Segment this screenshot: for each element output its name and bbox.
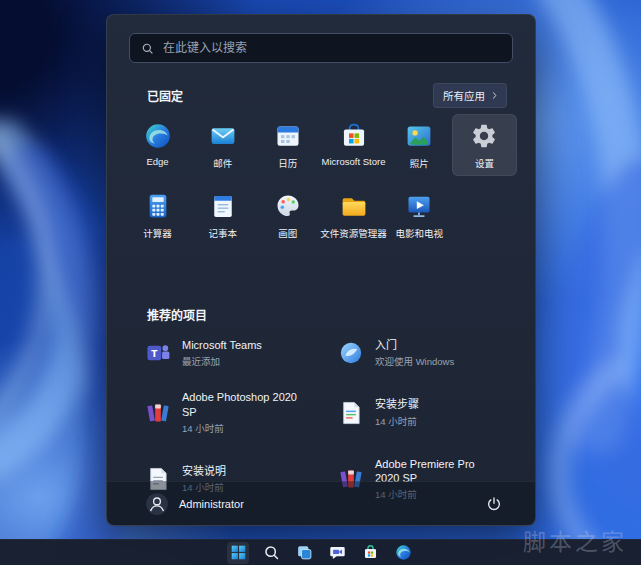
steps-doc-icon [338,400,364,426]
edge-icon [395,544,412,561]
taskbar [0,539,641,565]
search-row [107,15,535,63]
recommended-item-title: 安装步骤 [375,397,419,411]
all-apps-button[interactable]: 所有应用 [433,83,507,108]
svg-text:T: T [151,349,158,359]
task-view-icon [296,544,313,561]
pinned-app-settings[interactable]: 设置 [452,114,517,176]
notepad-icon [209,192,237,220]
recommended-title: 推荐的项目 [147,306,207,323]
app-label: 设置 [475,156,494,170]
user-account-button[interactable]: Administrator [145,492,244,516]
pinned-app-photos[interactable]: 照片 [387,114,452,176]
pinned-app-store[interactable]: Microsoft Store [320,114,387,176]
windows-logo-icon [230,544,247,561]
app-label: 计算器 [143,226,172,240]
power-button[interactable] [481,491,507,517]
chat-icon [329,544,346,561]
get-started-icon [338,340,364,366]
pinned-app-paint[interactable]: 画图 [255,184,320,246]
user-name: Administrator [179,498,244,510]
pinned-app-mail[interactable]: 邮件 [190,114,255,176]
file-explorer-icon [340,192,368,220]
taskbar-search-button[interactable] [260,542,282,564]
mail-icon [209,122,237,150]
all-apps-label: 所有应用 [443,88,485,103]
recommended-item-title: 入门 [375,338,454,352]
archive-books-icon [145,400,171,426]
recommended-item-title: Microsoft Teams [182,338,262,352]
recommended-item-subtitle: 最近添加 [182,354,262,368]
pinned-title: 已固定 [147,87,183,104]
recommended-item-subtitle: 14 小时前 [375,414,419,428]
store-icon [340,122,368,150]
app-label: 照片 [410,156,429,170]
pinned-app-file-explorer[interactable]: 文件资源管理器 [320,184,387,246]
pinned-app-movies-tv[interactable]: 电影和电视 [387,184,452,246]
recommended-item-photoshop[interactable]: Adobe Photoshop 2020 SP 14 小时前 [131,383,318,442]
pinned-app-grid: Edge 邮件 日历 [125,114,517,246]
recommended-item-title: 安装说明 [182,464,226,478]
search-input[interactable] [163,41,501,55]
start-menu-panel: 已固定 所有应用 Edge 邮件 [106,14,536,526]
pinned-app-calendar[interactable]: 日历 [255,114,320,176]
app-label: 日历 [278,156,297,170]
recommended-item-teams[interactable]: T Microsoft Teams 最近添加 [131,331,318,375]
app-label: 邮件 [213,156,232,170]
recommended-item-subtitle: 欢迎使用 Windows [375,354,454,368]
photos-icon [405,122,433,150]
app-label: 记事本 [208,226,237,240]
settings-gear-icon [470,122,498,150]
avatar-icon [145,492,169,516]
recommended-item-get-started[interactable]: 入门 欢迎使用 Windows [324,331,511,375]
search-icon [141,42,154,55]
paint-icon [274,192,302,220]
recommended-section-header: 推荐的项目 [147,306,507,323]
recommended-item-title: Adobe Photoshop 2020 SP [182,390,304,419]
pinned-section-header: 已固定 所有应用 [147,83,507,108]
start-button[interactable] [227,542,249,564]
edge-taskbar-button[interactable] [392,542,414,564]
app-label: 文件资源管理器 [320,226,387,240]
app-label: Edge [146,156,168,167]
calendar-icon [274,122,302,150]
app-label: 画图 [278,226,297,240]
edge-icon [144,122,172,150]
power-icon [486,496,502,512]
app-label: Microsoft Store [322,156,386,167]
movies-tv-icon [405,192,433,220]
search-box[interactable] [129,33,513,63]
teams-icon: T [145,340,171,366]
pinned-app-calculator[interactable]: 计算器 [125,184,190,246]
recommended-item-install-steps[interactable]: 安装步骤 14 小时前 [324,383,511,442]
recommended-item-subtitle: 14 小时前 [182,421,304,435]
search-icon [263,544,280,561]
task-view-button[interactable] [293,542,315,564]
app-label: 电影和电视 [396,226,444,240]
store-icon [362,544,379,561]
user-bar: Administrator [107,481,535,525]
calculator-icon [144,192,172,220]
chevron-right-icon [492,91,497,100]
pinned-app-notepad[interactable]: 记事本 [190,184,255,246]
chat-button[interactable] [326,542,348,564]
pinned-app-edge[interactable]: Edge [125,114,190,176]
store-button[interactable] [359,542,381,564]
